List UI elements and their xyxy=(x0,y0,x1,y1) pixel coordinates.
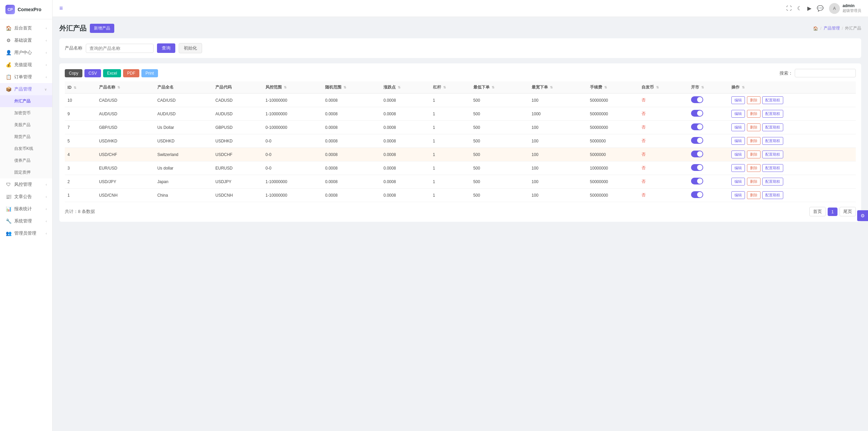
total-count: 共计：8 条数据 xyxy=(65,209,95,215)
new-product-button[interactable]: 新增产品 xyxy=(90,24,114,33)
sidebar-item-recharge[interactable]: 💰 充值提现 ‹ xyxy=(0,59,52,71)
col-max-order[interactable]: 最宽下单 ⇅ xyxy=(529,81,587,94)
reset-button[interactable]: 初始化 xyxy=(179,43,202,53)
delete-button[interactable]: 删除 xyxy=(747,164,761,172)
sidebar-item-dashboard[interactable]: 🏠 后台首页 ‹ xyxy=(0,22,52,34)
toggle-open[interactable] xyxy=(691,151,703,157)
sidebar-item-us-stocks[interactable]: 美股产品 xyxy=(0,119,52,131)
cell-open xyxy=(688,175,729,189)
toggle-open[interactable] xyxy=(691,96,703,103)
col-action[interactable]: 操作 ⇅ xyxy=(729,81,856,94)
bonds-label: 债券产品 xyxy=(14,158,31,163)
toggle-open[interactable] xyxy=(691,123,703,130)
col-name[interactable]: 产品名称 ⇅ xyxy=(96,81,155,94)
video-icon[interactable]: ▶ xyxy=(807,5,811,12)
config-button[interactable]: 配置期权 xyxy=(762,164,783,172)
toggle-open[interactable] xyxy=(691,178,703,184)
col-risk-range[interactable]: 风控范围 ⇅ xyxy=(263,81,322,94)
copy-button[interactable]: Copy xyxy=(65,69,82,77)
config-button[interactable]: 配置期权 xyxy=(762,151,783,158)
delete-button[interactable]: 删除 xyxy=(747,151,761,158)
fullscreen-icon[interactable]: ⛶ xyxy=(786,5,792,12)
sidebar-item-admin-mgmt[interactable]: 👥 管理员管理 ‹ xyxy=(0,227,52,239)
sidebar-item-forex-products[interactable]: 外汇产品 xyxy=(0,95,52,107)
settings-fab-icon: ⚙ xyxy=(861,213,865,218)
breadcrumb-home-icon[interactable]: 🏠 xyxy=(813,26,818,31)
col-leverage[interactable]: 杠杆 ⇅ xyxy=(430,81,471,94)
cell-fee: 5000000 xyxy=(587,134,639,148)
chevron-icon: ‹ xyxy=(46,63,47,67)
delete-button[interactable]: 删除 xyxy=(747,123,761,131)
delete-button[interactable]: 删除 xyxy=(747,191,761,199)
toggle-open[interactable] xyxy=(691,164,703,171)
cell-action: 编辑 删除 配置期权 xyxy=(729,189,856,202)
cell-min-order: 500 xyxy=(471,148,529,161)
chat-icon[interactable]: 💬 xyxy=(817,5,824,12)
table-search-input[interactable] xyxy=(795,69,856,77)
config-button[interactable]: 配置期权 xyxy=(762,110,783,118)
toggle-open[interactable] xyxy=(691,137,703,144)
breadcrumb-product-mgmt[interactable]: 产品管理 xyxy=(824,25,840,31)
config-button[interactable]: 配置期权 xyxy=(762,178,783,185)
sidebar-item-order-mgmt[interactable]: 📋 订单管理 ‹ xyxy=(0,71,52,83)
chevron-icon: ‹ xyxy=(46,183,47,187)
cell-random-range: 0.0008 xyxy=(322,161,381,175)
edit-button[interactable]: 编辑 xyxy=(731,164,745,172)
cell-risk-range: 0-10000000 xyxy=(263,121,322,134)
toggle-open[interactable] xyxy=(691,110,703,117)
col-fee[interactable]: 手续费 ⇅ xyxy=(587,81,639,94)
delete-button[interactable]: 删除 xyxy=(747,178,761,185)
csv-button[interactable]: CSV xyxy=(84,69,101,77)
col-id[interactable]: ID ⇅ xyxy=(65,81,96,94)
last-page-button[interactable]: 尾页 xyxy=(840,207,856,216)
edit-button[interactable]: 编辑 xyxy=(731,191,745,199)
cell-open xyxy=(688,121,729,134)
search-button[interactable]: 查询 xyxy=(157,43,175,53)
cell-fullname: Us Dollar xyxy=(155,121,213,134)
config-button[interactable]: 配置期权 xyxy=(762,123,783,131)
sidebar-item-selfcoin-chart[interactable]: 自发币K线 xyxy=(0,143,52,155)
sidebar-item-basic-settings[interactable]: ⚙ 基础设置 ‹ xyxy=(0,34,52,46)
delete-button[interactable]: 删除 xyxy=(747,137,761,145)
dark-mode-icon[interactable]: ☾ xyxy=(797,5,802,12)
config-button[interactable]: 配置期权 xyxy=(762,191,783,199)
excel-button[interactable]: Excel xyxy=(103,69,121,77)
cn-flag-icon: 否 xyxy=(642,179,646,184)
config-button[interactable]: 配置期权 xyxy=(762,137,783,145)
col-min-order[interactable]: 最低下单 ⇅ xyxy=(471,81,529,94)
sidebar-item-risk-mgmt[interactable]: 🛡 风控管理 ‹ xyxy=(0,178,52,191)
edit-button[interactable]: 编辑 xyxy=(731,178,745,185)
first-page-button[interactable]: 首页 xyxy=(809,207,826,216)
settings-fab[interactable]: ⚙ xyxy=(857,210,868,221)
delete-button[interactable]: 删除 xyxy=(747,110,761,118)
sidebar-item-fixed-margin[interactable]: 固定质押 xyxy=(0,166,52,178)
sidebar-item-crypto[interactable]: 加密货币 xyxy=(0,107,52,119)
col-spread[interactable]: 涨跌点 ⇅ xyxy=(381,81,430,94)
pdf-button[interactable]: PDF xyxy=(123,69,139,77)
edit-button[interactable]: 编辑 xyxy=(731,123,745,131)
cell-max-order: 100 xyxy=(529,189,587,202)
hamburger-icon[interactable]: ≡ xyxy=(59,5,63,12)
edit-button[interactable]: 编辑 xyxy=(731,137,745,145)
cell-fee: 50000000 xyxy=(587,94,639,107)
edit-button[interactable]: 编辑 xyxy=(731,110,745,118)
dashboard-icon: 🏠 xyxy=(5,25,12,31)
sidebar-item-user-center[interactable]: 👤 用户中心 ‹ xyxy=(0,46,52,59)
col-currency[interactable]: 自发币 ⇅ xyxy=(639,81,688,94)
edit-button[interactable]: 编辑 xyxy=(731,151,745,158)
edit-button[interactable]: 编辑 xyxy=(731,96,745,104)
col-random-range[interactable]: 随机范围 ⇅ xyxy=(322,81,381,94)
search-input[interactable] xyxy=(86,44,154,53)
config-button[interactable]: 配置期权 xyxy=(762,96,783,104)
delete-button[interactable]: 删除 xyxy=(747,96,761,104)
sidebar-item-bonds[interactable]: 债券产品 xyxy=(0,155,52,166)
sidebar-item-product-mgmt[interactable]: 📦 产品管理 ∨ xyxy=(0,83,52,95)
sidebar-item-futures[interactable]: 期货产品 xyxy=(0,131,52,143)
col-open[interactable]: 开市 ⇅ xyxy=(688,81,729,94)
sidebar-item-reports[interactable]: 📊 报表统计 ‹ xyxy=(0,203,52,215)
print-button[interactable]: Print xyxy=(141,69,158,77)
page-1-button[interactable]: 1 xyxy=(828,208,837,216)
sidebar-item-announcements[interactable]: 📰 文章公告 ‹ xyxy=(0,191,52,203)
toggle-open[interactable] xyxy=(691,191,703,198)
sidebar-item-system-mgmt[interactable]: 🔧 系统管理 ‹ xyxy=(0,215,52,227)
